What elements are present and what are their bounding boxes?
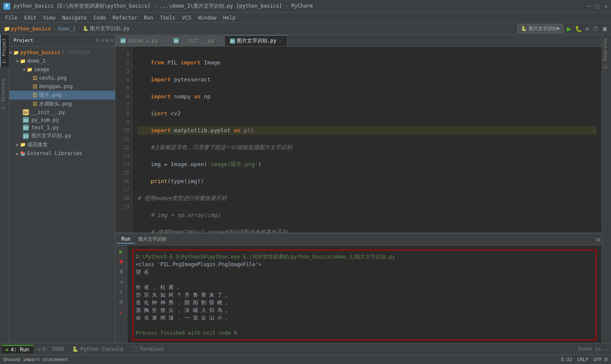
main: 📁 python_basics › dome_1 › 🐍 图片文字识别.py ›… bbox=[0, 23, 611, 364]
sidebar-sync-icon[interactable]: ⟳ bbox=[96, 38, 100, 43]
arrow-extlib: ▶ bbox=[16, 151, 19, 156]
tab-init[interactable]: py __init__.py ✕ bbox=[168, 35, 225, 46]
debug-button[interactable]: 🐛 bbox=[575, 25, 582, 32]
png-icon-ceshi: 🖼 bbox=[31, 75, 38, 81]
tab-close-imgrecog[interactable]: ✕ bbox=[279, 39, 281, 43]
tree-item-image[interactable]: ▼ 📁 image bbox=[9, 65, 115, 74]
code-line-9: # 使用numpy类型进行传窗效果不好 bbox=[137, 194, 597, 203]
py-icon-test1: py bbox=[23, 125, 29, 131]
run-toolbar-run[interactable]: ▶ bbox=[117, 247, 126, 256]
run-toolbar-stop[interactable]: ■ bbox=[117, 257, 126, 266]
minimize-button[interactable]: ─ bbox=[588, 3, 591, 9]
run-toolbar-clear[interactable]: ✕ bbox=[117, 308, 126, 317]
folder-icon-root: 📁 bbox=[13, 49, 20, 56]
sidebar-tab-project[interactable]: Project bbox=[11, 37, 36, 44]
tab-close-init[interactable]: ✕ bbox=[217, 39, 219, 43]
tree-item-chengyu[interactable]: ▶ 📁 成语接龙 bbox=[9, 140, 115, 149]
project-icon: 📁 bbox=[3, 25, 10, 32]
tree-item-dome1[interactable]: ▼ 📁 dome_1 bbox=[9, 57, 115, 65]
tree-item-shuidiao[interactable]: 🖼 水调歌头.png bbox=[9, 100, 115, 108]
run-config-bar: 🐍 图片文字识别▼ ▶ 🐛 ⊕ ⏱ ⏹ bbox=[517, 24, 608, 33]
menu-code[interactable]: Code bbox=[90, 14, 109, 22]
tree-path-root: E:\尚学堂培训 bbox=[62, 50, 91, 56]
tree-item-init[interactable]: py __init__.py bbox=[9, 108, 115, 116]
menu-file[interactable]: File bbox=[2, 14, 21, 22]
tree-item-ceshi[interactable]: 🖼 ceshi.png bbox=[9, 74, 115, 82]
run-toolbar-filter[interactable]: ⊟ bbox=[117, 298, 126, 306]
tree-item-wangyue[interactable]: 🖼 望月.png bbox=[9, 91, 115, 100]
menu-refactor[interactable]: Refactor bbox=[109, 14, 140, 22]
run-config-icon: 🐍 bbox=[521, 26, 527, 31]
code-content[interactable]: from PIL import Image import pytesseract… bbox=[132, 47, 602, 233]
console-output-blank2 bbox=[136, 322, 593, 329]
breadcrumb-dome1[interactable]: dome_1 bbox=[57, 26, 76, 32]
panel-tab-run[interactable]: Run bbox=[117, 235, 135, 244]
v-tab-favorites[interactable]: 2: Favorites bbox=[602, 35, 608, 72]
console-tab-label: Python Console bbox=[80, 346, 123, 352]
console-output-title: 望 岳 bbox=[136, 268, 593, 276]
tree-label-root: python_basics bbox=[20, 50, 60, 56]
console-content[interactable]: D:\Python3.6.5\Python36\python.exe E:/同学… bbox=[127, 245, 602, 343]
menubar: File Edit View Navigate Code Refactor Ru… bbox=[0, 13, 611, 23]
tab-imgrecog[interactable]: py 图片文字识别.py ✕ bbox=[225, 35, 287, 46]
tree-item-extlib[interactable]: ▶ 📚 External Libraries bbox=[9, 149, 115, 158]
menu-run[interactable]: Run bbox=[140, 14, 157, 22]
run-tab-icon: ▶ bbox=[6, 347, 9, 353]
bottom-tab-todo[interactable]: ☑ 6: TODO bbox=[34, 345, 68, 353]
breadcrumb-root[interactable]: python_basics bbox=[11, 26, 51, 32]
v-tab-project[interactable]: 1: Project bbox=[0, 35, 9, 67]
arrow-dome1: ▼ bbox=[16, 59, 19, 64]
menu-window[interactable]: Window bbox=[195, 14, 220, 22]
breadcrumb-file[interactable]: 图片文字识别.py bbox=[90, 25, 130, 32]
tree-item-test1[interactable]: py test_1.py bbox=[9, 124, 115, 131]
menu-vcs[interactable]: VCS bbox=[179, 14, 195, 22]
sidebar-collapse-icon[interactable]: ⊟ bbox=[110, 38, 113, 43]
breadcrumb: 📁 python_basics › dome_1 › 🐍 图片文字识别.py ›… bbox=[0, 23, 611, 35]
tab-close-idiom[interactable]: ✕ bbox=[160, 39, 163, 43]
console-cmd-line: D:\Python3.6.5\Python36\python.exe E:/同学… bbox=[136, 253, 593, 261]
run-toolbar-pause[interactable]: ⏸ bbox=[117, 267, 126, 276]
menu-help[interactable]: Help bbox=[220, 14, 239, 22]
arrow-icon: ▼ bbox=[9, 50, 12, 55]
panel-settings-icon[interactable]: ⚙ bbox=[597, 236, 600, 243]
menu-edit[interactable]: Edit bbox=[21, 14, 40, 22]
tab-icon-imgrecog: py bbox=[230, 39, 235, 44]
status-position[interactable]: 5:32 bbox=[561, 357, 572, 362]
editor-tabs: py idiom_s.py ✕ py __init__.py ✕ py 图片文字… bbox=[115, 35, 602, 47]
sidebar-cog-icon[interactable]: ⚙ bbox=[101, 38, 104, 43]
tree-item-pysum[interactable]: py py_sum.py bbox=[9, 116, 115, 124]
menu-navigate[interactable]: Navigate bbox=[59, 14, 90, 22]
v-tab-structure[interactable]: 2: Structure bbox=[0, 75, 9, 113]
tree-label-chengyu: 成语接龙 bbox=[27, 141, 48, 148]
run-config-label: 图片文字识别▼ bbox=[529, 25, 560, 32]
coverage-button[interactable]: ⊕ bbox=[586, 25, 589, 32]
bottom-tab-terminal[interactable]: ⬛ Terminal bbox=[128, 345, 169, 353]
code-area[interactable]: 1234 5678 9101112 13141516 171819 from P… bbox=[115, 47, 602, 233]
status-crlf[interactable]: CRLF bbox=[577, 357, 589, 362]
tab-idiom[interactable]: py idiom_s.py ✕ bbox=[115, 35, 168, 46]
code-line-8: print(type(img)) bbox=[137, 177, 597, 186]
code-line-3: import numpy as np bbox=[137, 92, 597, 101]
menu-view[interactable]: View bbox=[40, 14, 59, 22]
tree-item-root[interactable]: ▼ 📁 python_basics E:\尚学堂培训 bbox=[9, 48, 115, 57]
run-config-selector[interactable]: 🐍 图片文字识别▼ bbox=[517, 24, 563, 33]
sidebar-filter-icon[interactable]: ⊞ bbox=[106, 38, 109, 43]
bottom-tab-console[interactable]: 🐍 Python Console bbox=[68, 345, 127, 353]
close-button[interactable]: ✕ bbox=[604, 3, 608, 9]
bottom-tab-run[interactable]: ▶ 4: Run bbox=[2, 345, 34, 353]
stop-button[interactable]: ⏹ bbox=[602, 25, 608, 32]
profile-button[interactable]: ⏱ bbox=[592, 25, 598, 32]
maximize-button[interactable]: □ bbox=[596, 3, 599, 9]
run-toolbar-scroll[interactable]: ↕ bbox=[117, 288, 126, 296]
tab-icon-init: py bbox=[174, 38, 179, 43]
run-button[interactable]: ▶ bbox=[567, 24, 572, 33]
menu-tools[interactable]: Tools bbox=[157, 14, 179, 22]
run-toolbar-restart[interactable]: ↺ bbox=[117, 278, 126, 286]
status-encoding[interactable]: UTF-8 bbox=[594, 357, 608, 362]
py-icon-pysum: py bbox=[23, 117, 29, 123]
event-log-label[interactable]: Event Lo... bbox=[578, 346, 609, 352]
tree-item-denggao[interactable]: 🖼 denggao.png bbox=[9, 82, 115, 91]
code-line-7: img = Image.open('image/望月.png') bbox=[137, 160, 597, 169]
tree-label-denggao: denggao.png bbox=[39, 83, 73, 89]
tree-item-imgrecog[interactable]: py 图片文字识别.py bbox=[9, 131, 115, 140]
